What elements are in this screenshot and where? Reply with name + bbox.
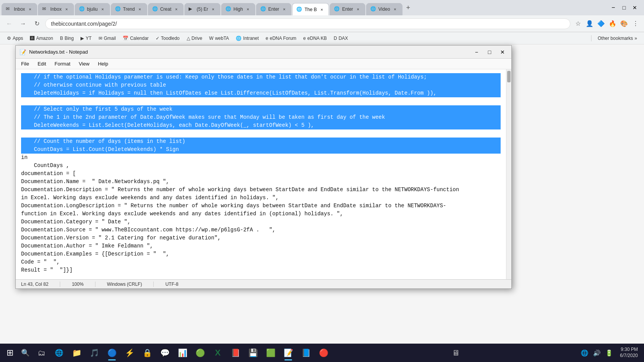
bookmark-edna-forum[interactable]: eeDNA Forum <box>263 35 299 42</box>
forward-button[interactable]: → <box>18 18 28 29</box>
word-button[interactable]: 📘 <box>297 344 314 361</box>
tab-close-enter1[interactable]: × <box>281 6 287 12</box>
onenote-button[interactable]: 💾 <box>245 344 261 361</box>
tab-gmail1[interactable]: ✉Inbox× <box>2 3 37 15</box>
tab-creat[interactable]: 🌐Creat× <box>148 3 184 15</box>
menu-view[interactable]: View <box>75 60 94 67</box>
tab-enter2[interactable]: 🌐Enter× <box>330 3 365 15</box>
menu-format[interactable]: Format <box>51 60 74 67</box>
menu-help[interactable]: Help <box>94 60 112 67</box>
menu-icon[interactable]: ⋮ <box>631 19 640 28</box>
taskbar-right: 🌐 🔊 🔋 9:30 PM 6/7/2020 <box>579 347 642 359</box>
bookmark-gmail[interactable]: ✉Gmail <box>95 35 119 42</box>
tab-trends[interactable]: 🌐Trend× <box>111 3 147 15</box>
tab-close-bjuliu[interactable]: × <box>100 6 106 12</box>
minimize-button[interactable]: − <box>472 47 481 57</box>
tab-close-enter2[interactable]: × <box>355 6 361 12</box>
date-display: 6/7/2020 <box>620 353 638 359</box>
new-tab-button[interactable]: + <box>403 2 414 13</box>
tab-youtube[interactable]: ▶(5) Er× <box>184 3 220 15</box>
bookmark-webta[interactable]: WwebTA <box>206 35 232 42</box>
notepad-titlebar: 📝 Networkdays.txt - Notepad − □ ✕ <box>16 46 511 59</box>
tab-close-trends[interactable]: × <box>137 6 143 12</box>
green-app-button[interactable]: 🟢 <box>192 344 209 361</box>
code-line: CountDays , <box>21 162 501 170</box>
bookmark-calendar[interactable]: 📅Calendar <box>120 35 152 42</box>
other-bookmarks[interactable]: Other bookmarks » <box>595 35 640 42</box>
star-icon[interactable]: ☆ <box>573 19 583 28</box>
maximize-button[interactable]: □ <box>485 47 495 57</box>
bookmark-edna-kb[interactable]: eeDNA KB <box>300 35 330 42</box>
bookmark-intranet[interactable]: 🌐Intranet <box>233 35 262 42</box>
red-app-button[interactable]: 🔴 <box>315 344 332 361</box>
volume-icon[interactable]: 🔊 <box>591 349 602 357</box>
code-line: documentation = [ <box>21 170 501 178</box>
tab-gmail2[interactable]: ✉Inbox× <box>38 3 74 15</box>
color-icon[interactable]: 🎨 <box>619 19 629 28</box>
tab-favicon-enter2: 🌐 <box>334 6 340 12</box>
tab-close-high[interactable]: × <box>245 6 251 12</box>
reload-button[interactable]: ↻ <box>31 18 42 29</box>
code-line: // The 1 in the 2nd parameter of Date.Da… <box>21 113 501 121</box>
green2-app-button[interactable]: 🟩 <box>262 344 279 361</box>
tab-close-theb[interactable]: × <box>319 7 325 13</box>
bookmark-amazon[interactable]: 🅰Amazon <box>27 35 56 42</box>
bookmark-drive[interactable]: △Drive <box>184 35 205 42</box>
tab-close-gmail2[interactable]: × <box>64 6 70 12</box>
edge-button[interactable]: 🌐 <box>51 344 67 361</box>
notepad-title: Networkdays.txt - Notepad <box>29 49 468 55</box>
explorer-button[interactable]: 📁 <box>68 344 85 361</box>
code-line: Documentation.LongDescription = " Return… <box>21 202 501 210</box>
task-view-button[interactable]: 🗂 <box>33 344 50 361</box>
tab-close-gmail1[interactable]: × <box>27 6 33 12</box>
vertical-scrollbar[interactable] <box>506 69 511 279</box>
kaspersky-button[interactable]: ⚡ <box>121 344 138 361</box>
network-icon[interactable]: 🌐 <box>579 349 590 357</box>
close-browser-btn[interactable]: ✕ <box>630 3 639 12</box>
tab-close-creat[interactable]: × <box>173 6 179 12</box>
excel-chart-button[interactable]: 📊 <box>174 344 191 361</box>
media-button[interactable]: 🎵 <box>86 344 103 361</box>
tab-video[interactable]: 🌐Video× <box>366 3 402 15</box>
notepad-window: 📝 Networkdays.txt - Notepad − □ ✕ File E… <box>15 45 512 289</box>
zoom-level: 100% <box>72 282 84 287</box>
chrome-button[interactable]: 🔵 <box>104 344 120 361</box>
status-separator-1 <box>60 282 60 287</box>
menu-file[interactable]: File <box>17 60 33 67</box>
bookmark-apps[interactable]: ⚙Apps <box>4 35 26 42</box>
extension-icon[interactable]: 🔷 <box>596 19 606 28</box>
tab-theb[interactable]: 🌐The B× <box>292 3 329 15</box>
close-button[interactable]: ✕ <box>498 47 508 57</box>
maximize-browser-btn[interactable]: □ <box>619 3 629 12</box>
menu-edit[interactable]: Edit <box>34 60 50 67</box>
minimize-browser-btn[interactable]: − <box>609 3 618 12</box>
code-line: // Select only the first 5 days of the w… <box>21 105 501 113</box>
lock-button[interactable]: 🔒 <box>139 344 156 361</box>
bookmarks-bar: ⚙Apps🅰AmazonBBing▶YT✉Gmail📅Calendar✓Tood… <box>0 32 644 44</box>
skype-button[interactable]: 💬 <box>156 344 173 361</box>
bookmark-toodledo[interactable]: ✓Toodledo <box>153 35 183 42</box>
tab-enter1[interactable]: 🌐Enter× <box>256 3 292 15</box>
tab-close-youtube[interactable]: × <box>210 6 216 12</box>
code-line: in Excel. Working days exclude weekends … <box>21 194 501 202</box>
flame-icon[interactable]: 🔥 <box>608 19 617 28</box>
bookmark-bing[interactable]: BBing <box>57 35 77 42</box>
tab-bjuliu[interactable]: 🌐bjuliu× <box>75 3 110 15</box>
tab-high[interactable]: 🌐High× <box>221 3 255 15</box>
excel-button[interactable]: X <box>209 344 226 361</box>
bookmark-yt[interactable]: ▶YT <box>77 35 94 42</box>
powerpoint-button[interactable]: 📕 <box>227 344 244 361</box>
back-button[interactable]: ← <box>4 18 15 29</box>
notepad-taskbar-button[interactable]: 📝 <box>280 344 297 361</box>
profile-icon[interactable]: 👤 <box>585 19 594 28</box>
code-editor[interactable]: // if the optional Holidays parameter is… <box>16 69 506 279</box>
start-button[interactable]: ⊞ <box>2 345 18 360</box>
address-input[interactable] <box>45 18 570 29</box>
clock[interactable]: 9:30 PM 6/7/2020 <box>616 347 642 359</box>
bookmark-dax[interactable]: DDAX <box>331 35 351 42</box>
desktop-button[interactable]: 🖥 <box>447 344 464 361</box>
search-button[interactable]: 🔍 <box>18 346 32 360</box>
tab-close-video[interactable]: × <box>392 6 398 12</box>
tab-favicon-bjuliu: 🌐 <box>79 6 85 12</box>
battery-icon[interactable]: 🔋 <box>604 349 614 357</box>
